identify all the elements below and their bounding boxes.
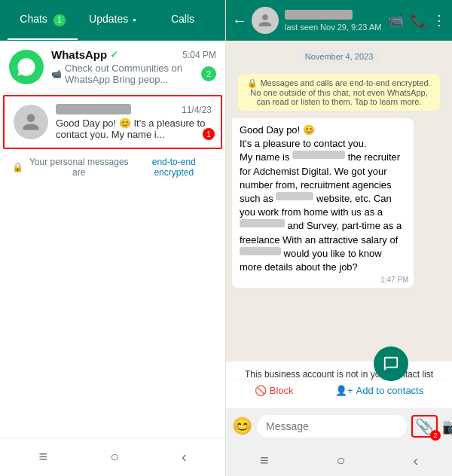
add-contact-button[interactable]: 👤+ Add to contacts	[335, 385, 423, 396]
right-nav-back-icon[interactable]: ‹	[413, 452, 418, 469]
blurred-name-1	[292, 151, 345, 159]
wa-time: 5:04 PM	[182, 50, 216, 60]
action-row: 🚫 Block 👤+ Add to contacts	[234, 380, 444, 401]
header-actions: 📹 📞 ⋮	[387, 12, 446, 29]
unknown-avatar	[14, 105, 48, 139]
blurred-agency	[276, 192, 313, 200]
chat-messages: November 4, 2023 🔒 Messages and calls ar…	[226, 41, 452, 362]
attachment-button[interactable]: 📎 2	[411, 415, 438, 438]
unknown-chat-item[interactable]: 11/4/23 Good Day po! 😊 It's a pleasure t…	[3, 95, 222, 149]
block-button[interactable]: 🚫 Block	[255, 385, 294, 396]
encrypted-notice: 🔒 Your personal messages are end-to-end …	[0, 151, 225, 184]
attachment-badge: 2	[430, 430, 441, 441]
chat-input-bar: 😊 📎 2 📷 🎤	[226, 408, 452, 444]
message-input[interactable]	[257, 415, 407, 438]
tabs-row: Chats 1 Updates ● Calls	[8, 1, 218, 40]
left-nav-home-icon[interactable]: ○	[110, 448, 119, 465]
video-call-icon[interactable]: 📹	[387, 12, 404, 29]
left-header: Chats 1 Updates ● Calls	[0, 0, 225, 41]
whatsapp-avatar	[9, 50, 44, 84]
wa-unread-badge: 2	[201, 66, 216, 81]
right-panel: ← last seen Nov 29, 9:23 AM 📹 📞 ⋮ Novemb…	[226, 0, 452, 476]
unknown-name-row: 11/4/23	[56, 104, 212, 116]
whatsapp-chat-item[interactable]: WhatsApp ✓ 5:04 PM 📹 Check out Communiti…	[0, 41, 225, 93]
compose-button[interactable]	[374, 346, 408, 381]
unknown-unread-badge: 1	[203, 128, 215, 140]
wa-name-row: WhatsApp ✓ 5:04 PM	[51, 48, 216, 61]
blurred-salary	[240, 247, 281, 255]
system-message: 🔒 Messages and calls are end-to-end encr…	[238, 74, 440, 111]
left-nav-icons: ≡ ○ ‹	[8, 448, 218, 465]
left-nav-back-icon[interactable]: ‹	[182, 448, 187, 465]
verified-icon: ✓	[110, 49, 118, 60]
back-button[interactable]: ←	[232, 12, 247, 29]
emoji-button[interactable]: 😊	[232, 416, 252, 436]
blurred-role	[240, 219, 285, 227]
tab-calls[interactable]: Calls	[148, 1, 218, 40]
chat-header: ← last seen Nov 29, 9:23 AM 📹 📞 ⋮	[226, 0, 452, 41]
lock-icon: 🔒	[12, 162, 23, 172]
business-notice: This business account is not in your con…	[226, 362, 452, 408]
bubble-time: 1:47 PM	[380, 275, 408, 285]
add-contact-icon: 👤+	[335, 385, 353, 396]
wa-preview: 📹 Check out Communities on WhatsApp Brin…	[51, 63, 216, 85]
unknown-content: 11/4/23 Good Day po! 😊 It's a pleasure t…	[56, 104, 212, 140]
right-nav-home-icon[interactable]: ○	[336, 452, 345, 469]
contact-name-blurred	[285, 10, 353, 20]
wa-name: WhatsApp ✓	[51, 48, 118, 61]
more-options-icon[interactable]: ⋮	[432, 12, 446, 29]
contact-info: last seen Nov 29, 9:23 AM	[285, 10, 387, 32]
tab-updates[interactable]: Updates ●	[78, 1, 148, 40]
right-nav-menu-icon[interactable]: ≡	[260, 452, 269, 469]
message-bubble-received: Good Day po! 😊 It's a pleasure to contac…	[232, 118, 414, 288]
tab-chats[interactable]: Chats 1	[8, 1, 78, 40]
left-nav-menu-icon[interactable]: ≡	[38, 448, 47, 465]
right-footer-nav: ≡ ○ ‹	[226, 444, 452, 476]
left-footer-nav: ≡ ○ ‹	[0, 437, 225, 476]
unknown-date: 11/4/23	[182, 105, 212, 115]
block-icon: 🚫	[255, 385, 267, 396]
contact-status: last seen Nov 29, 9:23 AM	[285, 23, 387, 32]
unknown-preview: Good Day po! 😊 It's a pleasure to contac…	[56, 117, 212, 140]
contact-avatar	[252, 7, 279, 34]
unknown-name-blurred	[56, 104, 131, 114]
encrypted-link[interactable]: end-to-end encrypted	[135, 157, 213, 178]
left-panel: Chats 1 Updates ● Calls WhatsApp ✓	[0, 0, 226, 476]
camera-button[interactable]: 📷	[442, 417, 452, 435]
whatsapp-content: WhatsApp ✓ 5:04 PM 📹 Check out Communiti…	[51, 48, 216, 85]
call-icon[interactable]: 📞	[410, 12, 426, 29]
date-chip: November 4, 2023	[298, 50, 381, 63]
chats-badge: 1	[53, 14, 66, 26]
